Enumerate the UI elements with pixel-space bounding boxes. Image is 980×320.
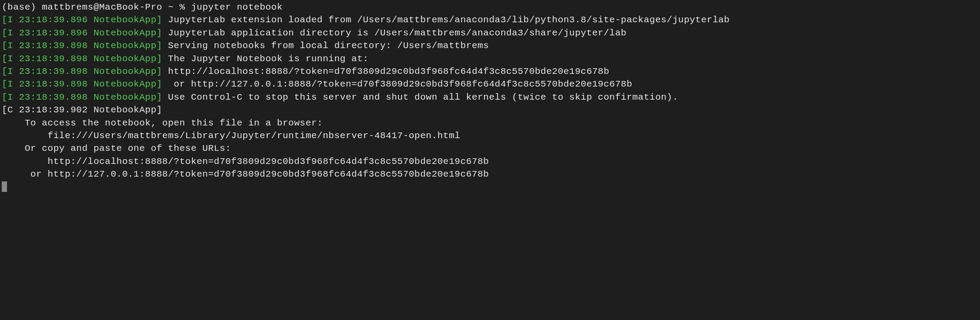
- prompt-path: ~: [168, 2, 174, 12]
- log-line: [I 23:18:39.898 NotebookApp] The Jupyter…: [2, 52, 978, 65]
- terminal-output[interactable]: (base) mattbrems@MacBook-Pro ~ % jupyter…: [2, 1, 978, 194]
- prompt-symbol: %: [179, 2, 185, 12]
- log-message: The Jupyter Notebook is running at:: [168, 54, 369, 64]
- log-line: [I 23:18:39.898 NotebookApp] Use Control…: [2, 91, 978, 104]
- log-line: [I 23:18:39.898 NotebookApp] or http://1…: [2, 78, 978, 90]
- log-message: Serving notebooks from local directory: …: [168, 41, 489, 51]
- cursor: [2, 181, 7, 192]
- log-prefix: [I 23:18:39.898 NotebookApp]: [2, 66, 162, 77]
- log-prefix: [I 23:18:39.896 NotebookApp]: [2, 15, 162, 25]
- prompt-line: (base) mattbrems@MacBook-Pro ~ % jupyter…: [2, 1, 978, 14]
- log-line: [I 23:18:39.898 NotebookApp] Serving not…: [2, 39, 978, 52]
- prompt-env: (base): [2, 2, 36, 12]
- log-line: [I 23:18:39.896 NotebookApp] JupyterLab …: [2, 14, 978, 26]
- log-prefix: [I 23:18:39.898 NotebookApp]: [2, 92, 162, 102]
- prompt-command: jupyter notebook: [191, 2, 283, 12]
- log-message: Use Control-C to stop this server and sh…: [168, 92, 678, 102]
- log-message: JupyterLab extension loaded from /Users/…: [168, 15, 730, 25]
- footer-text: Or copy and paste one of these URLs:: [2, 142, 978, 155]
- log-message: JupyterLab application directory is /Use…: [168, 28, 626, 38]
- log-prefix: [I 23:18:39.898 NotebookApp]: [2, 79, 162, 89]
- log-prefix: [I 23:18:39.898 NotebookApp]: [2, 54, 162, 64]
- log-prefix: [I 23:18:39.898 NotebookApp]: [2, 41, 162, 51]
- log-line: [I 23:18:39.898 NotebookApp] http://loca…: [2, 65, 978, 78]
- log-message: http://localhost:8888/?token=d70f3809d29…: [168, 66, 609, 77]
- footer-text: To access the notebook, open this file i…: [2, 117, 978, 129]
- prompt-userhost: mattbrems@MacBook-Pro: [42, 2, 162, 12]
- footer-text: file:///Users/mattbrems/Library/Jupyter/…: [2, 129, 978, 142]
- footer-text: or http://127.0.0.1:8888/?token=d70f3809…: [2, 168, 978, 181]
- log-line: [I 23:18:39.896 NotebookApp] JupyterLab …: [2, 27, 978, 39]
- log-prefix: [I 23:18:39.896 NotebookApp]: [2, 28, 162, 38]
- log-message: or http://127.0.0.1:8888/?token=d70f3809…: [168, 79, 632, 89]
- log-prefix: [C 23:18:39.902 NotebookApp]: [2, 105, 162, 115]
- log-line: [C 23:18:39.902 NotebookApp]: [2, 104, 978, 116]
- footer-text: http://localhost:8888/?token=d70f3809d29…: [2, 155, 978, 168]
